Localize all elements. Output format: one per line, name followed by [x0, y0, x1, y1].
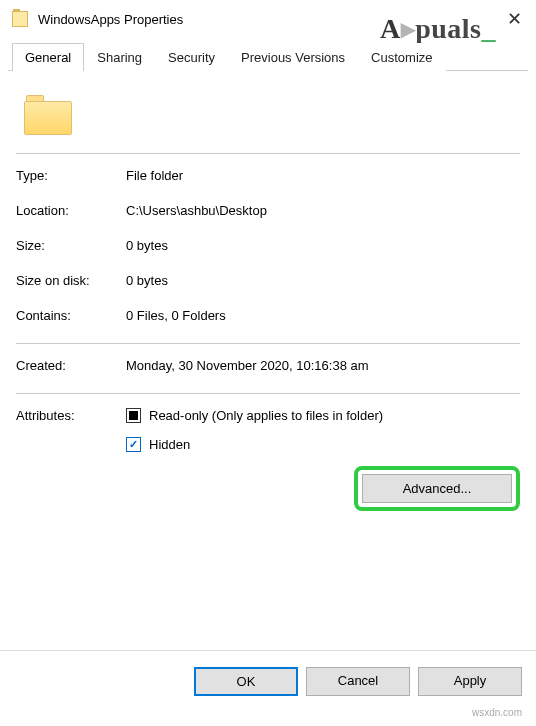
value-type: File folder — [126, 168, 520, 183]
checkbox-row-hidden: Hidden — [126, 437, 520, 452]
label-contains: Contains: — [16, 308, 126, 323]
divider — [16, 393, 520, 394]
row-contains: Contains: 0 Files, 0 Folders — [16, 308, 520, 323]
checkbox-hidden[interactable] — [126, 437, 141, 452]
label-location: Location: — [16, 203, 126, 218]
label-size-on-disk: Size on disk: — [16, 273, 126, 288]
window-title: WindowsApps Properties — [38, 12, 504, 27]
row-size-on-disk: Size on disk: 0 bytes — [16, 273, 520, 288]
label-size: Size: — [16, 238, 126, 253]
label-created: Created: — [16, 358, 126, 373]
value-size: 0 bytes — [126, 238, 520, 253]
label-readonly: Read-only (Only applies to files in fold… — [149, 408, 383, 423]
button-bar: OK Cancel Apply — [0, 650, 536, 726]
value-created: Monday, 30 November 2020, 10:16:38 am — [126, 358, 520, 373]
apply-button[interactable]: Apply — [418, 667, 522, 696]
row-location: Location: C:\Users\ashbu\Desktop — [16, 203, 520, 218]
tab-security[interactable]: Security — [155, 43, 228, 71]
row-attributes: Attributes: Read-only (Only applies to f… — [16, 408, 520, 511]
tab-pane-general: Type: File folder Location: C:\Users\ash… — [0, 71, 536, 521]
large-folder-icon — [24, 95, 72, 135]
value-size-on-disk: 0 bytes — [126, 273, 520, 288]
highlight-advanced: Advanced... — [354, 466, 520, 511]
footer-text: wsxdn.com — [472, 707, 522, 718]
cancel-button[interactable]: Cancel — [306, 667, 410, 696]
ok-button[interactable]: OK — [194, 667, 298, 696]
label-attributes: Attributes: — [16, 408, 126, 511]
checkbox-readonly[interactable] — [126, 408, 141, 423]
tab-sharing[interactable]: Sharing — [84, 43, 155, 71]
row-created: Created: Monday, 30 November 2020, 10:16… — [16, 358, 520, 373]
divider — [16, 153, 520, 154]
divider — [16, 343, 520, 344]
row-type: Type: File folder — [16, 168, 520, 183]
value-contains: 0 Files, 0 Folders — [126, 308, 520, 323]
label-type: Type: — [16, 168, 126, 183]
tab-customize[interactable]: Customize — [358, 43, 445, 71]
value-location: C:\Users\ashbu\Desktop — [126, 203, 520, 218]
titlebar: WindowsApps Properties ✕ — [0, 0, 536, 38]
tab-previous-versions[interactable]: Previous Versions — [228, 43, 358, 71]
checkbox-row-readonly: Read-only (Only applies to files in fold… — [126, 408, 520, 423]
tab-strip: General Sharing Security Previous Versio… — [8, 42, 528, 71]
label-hidden: Hidden — [149, 437, 190, 452]
folder-icon — [12, 11, 28, 27]
tab-general[interactable]: General — [12, 43, 84, 71]
close-icon[interactable]: ✕ — [504, 8, 524, 30]
advanced-button[interactable]: Advanced... — [362, 474, 512, 503]
row-size: Size: 0 bytes — [16, 238, 520, 253]
